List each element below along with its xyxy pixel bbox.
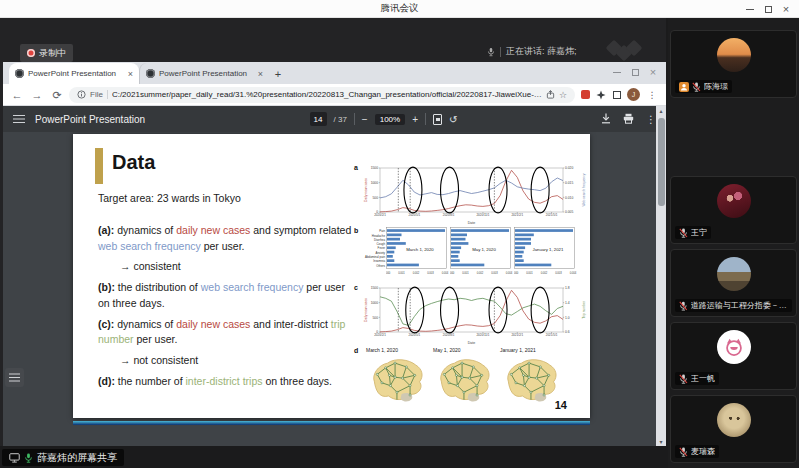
participant-name: 道路运输与工程分指委－胡..	[691, 300, 788, 311]
title-accent-bar	[95, 148, 103, 184]
map-panel: January 1, 2021	[500, 347, 560, 410]
figure-d-maps: dMarch 1, 2020 May 1, 2020 January 1, 20…	[353, 347, 587, 415]
svg-text:Web search frequency: Web search frequency	[582, 173, 586, 206]
download-button[interactable]	[601, 110, 611, 128]
scrollbar-thumb[interactable]	[658, 118, 665, 206]
svg-text:2021/5/1: 2021/5/1	[546, 213, 558, 217]
svg-text:0.015: 0.015	[565, 181, 573, 185]
recording-status-chip[interactable]: 录制中	[20, 44, 73, 62]
district-map	[433, 354, 493, 406]
svg-text:0.000: 0.000	[514, 271, 519, 275]
tab-title: PowerPoint Presentation	[159, 69, 254, 78]
svg-text:0.010: 0.010	[565, 196, 573, 200]
svg-text:1000: 1000	[371, 181, 379, 185]
share-page-icon[interactable]	[546, 90, 555, 99]
browser-profile-avatar[interactable]: J	[627, 88, 640, 101]
tab-close-icon[interactable]: ×	[258, 69, 263, 79]
browser-close-button[interactable]: ×	[644, 62, 662, 82]
browser-restore-button[interactable]	[626, 62, 644, 82]
fit-page-button[interactable]	[433, 114, 442, 125]
pdf-scrollbar[interactable]: ▴ ▾	[656, 106, 666, 446]
participant-tile[interactable]: 王一帆	[670, 322, 797, 390]
pdf-more-button[interactable]: ⋮	[646, 114, 656, 125]
svg-text:January 1, 2021: January 1, 2021	[533, 247, 564, 252]
slide-paragraph: Target area: 23 wards in Tokyo	[98, 191, 355, 207]
extension-icon-square[interactable]	[611, 89, 623, 101]
svg-text:Date: Date	[468, 221, 475, 225]
browser-window: PowerPoint Presentation × PowerPoint Pre…	[3, 62, 666, 446]
svg-text:Daily new cases: Daily new cases	[364, 178, 368, 202]
slide-paragraph: → not consistent	[98, 353, 355, 369]
speaking-label: 正在讲话: 薛嘉炜;	[506, 45, 577, 58]
participant-sidebar: 陈海璟 薛嘉炜王宁道路运输与工程分指委－胡..王一帆麦瑞森	[668, 18, 799, 468]
mic-muted-icon	[679, 228, 688, 238]
participant-name: 陈海璟	[704, 81, 728, 92]
scroll-down-icon[interactable]: ▾	[656, 438, 666, 445]
close-button[interactable]: ×	[777, 0, 795, 18]
speaking-indicator: 正在讲话: 薛嘉炜;	[487, 45, 577, 58]
back-button[interactable]: ←	[9, 85, 25, 105]
participant-tile[interactable]: 王宁	[670, 176, 797, 244]
svg-text:Date: Date	[468, 341, 475, 345]
extension-icon-star[interactable]	[595, 89, 607, 101]
svg-text:Others: Others	[376, 264, 385, 268]
browser-tab-inactive[interactable]: PowerPoint Presentation ×	[139, 63, 269, 84]
svg-text:0.003: 0.003	[555, 271, 562, 275]
svg-text:0.001: 0.001	[398, 271, 405, 275]
browser-tab-active[interactable]: PowerPoint Presentation ×	[9, 63, 139, 84]
divider	[107, 90, 108, 99]
screen-share-area: 录制中 正在讲话: 薛嘉炜; PowerPoint Presentation ×…	[0, 18, 666, 446]
svg-text:0.002: 0.002	[413, 271, 420, 275]
scroll-up-icon[interactable]: ▴	[656, 107, 666, 114]
figure-letter: c	[354, 284, 358, 291]
maximize-button[interactable]	[759, 0, 777, 18]
browser-minimize-button[interactable]	[608, 62, 626, 82]
forward-button[interactable]: →	[29, 85, 45, 105]
figure-letter: b	[354, 227, 358, 234]
svg-text:0.004: 0.004	[506, 271, 513, 275]
participant-name-chip: 王宁	[675, 226, 711, 239]
speaker-mic-icon	[487, 47, 495, 57]
svg-text:0.003: 0.003	[427, 271, 434, 275]
screen-share-label: 薛嘉炜的屏幕共享	[37, 451, 117, 465]
browser-menu-button[interactable]: ⋮	[644, 85, 660, 105]
participant-name: 王一帆	[691, 373, 715, 384]
pdf-menu-icon[interactable]	[13, 115, 25, 124]
bookmark-star-icon[interactable]: ☆	[559, 90, 567, 100]
recording-icon	[27, 49, 35, 57]
slide-paragraph: (c): dynamics of daily new cases and int…	[98, 317, 355, 349]
participant-tile[interactable]: 陈海璟	[670, 30, 797, 98]
svg-text:0.001: 0.001	[462, 271, 469, 275]
thumbnail-panel-button[interactable]	[5, 368, 24, 387]
participant-tile[interactable]: 麦瑞森	[670, 395, 797, 463]
new-tab-button[interactable]: +	[269, 65, 287, 83]
print-button[interactable]	[623, 110, 634, 128]
divider	[425, 113, 426, 125]
mic-muted-icon	[679, 301, 688, 311]
svg-text:0.002: 0.002	[541, 271, 548, 275]
slide-figure-column: a0500100015000.0050.0100.0150.0202020/2/…	[353, 164, 587, 416]
page-number-input[interactable]: 14	[310, 112, 327, 126]
window-titlebar: 腾讯会议 ×	[0, 0, 799, 18]
participant-avatar	[717, 330, 751, 364]
participant-name-chip: 王一帆	[675, 372, 719, 385]
svg-text:0.020: 0.020	[565, 166, 573, 170]
tencent-meeting-window: 腾讯会议 × 录制中 正在讲话: 薛嘉炜; PowerPoint Present…	[0, 0, 799, 468]
slide-page: Data Target area: 23 wards in Tokyo(a): …	[73, 134, 590, 418]
minimize-button[interactable]	[741, 0, 759, 18]
mic-muted-icon	[679, 447, 688, 457]
zoom-in-button[interactable]: +	[412, 114, 418, 125]
svg-text:1.0: 1.0	[565, 316, 570, 320]
extension-icon-shield[interactable]	[579, 89, 591, 101]
participant-tile[interactable]: 道路运输与工程分指委－胡..	[670, 249, 797, 317]
address-bar[interactable]: File C:/2021summer/paper_daily_read/31.%…	[69, 87, 575, 103]
svg-text:Trip number: Trip number	[582, 300, 586, 319]
tab-close-icon[interactable]: ×	[128, 69, 133, 79]
page-info-icon[interactable]	[77, 90, 86, 99]
zoom-out-button[interactable]: −	[362, 114, 368, 125]
svg-text:0.004: 0.004	[442, 271, 449, 275]
svg-text:0.002: 0.002	[477, 271, 484, 275]
rotate-button[interactable]: ↺	[449, 114, 457, 125]
reload-button[interactable]: ⟳	[49, 85, 65, 105]
url-scheme-label: File	[90, 90, 103, 99]
